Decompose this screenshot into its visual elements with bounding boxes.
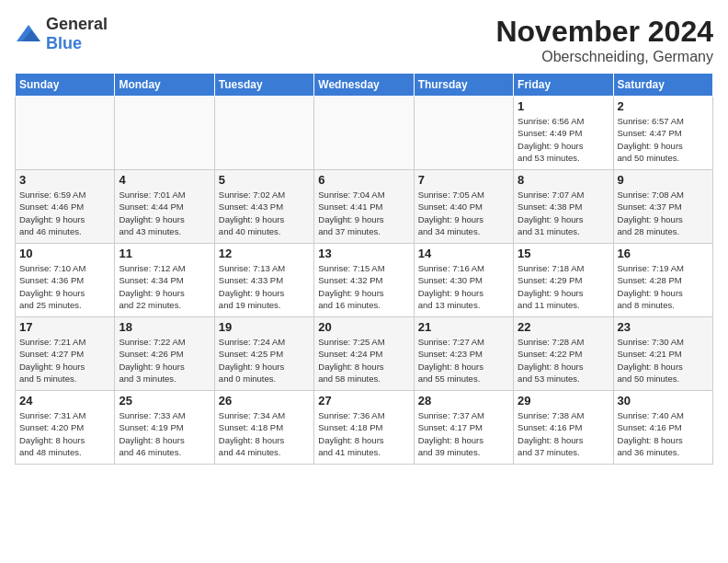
weekday-header-thursday: Thursday bbox=[414, 74, 513, 97]
calendar-cell: 4Sunrise: 7:01 AM Sunset: 4:44 PM Daylig… bbox=[115, 170, 214, 244]
weekday-header-sunday: Sunday bbox=[16, 74, 115, 97]
day-number: 23 bbox=[618, 320, 709, 334]
day-info: Sunrise: 7:10 AM Sunset: 4:36 PM Dayligh… bbox=[19, 262, 110, 311]
day-info: Sunrise: 7:36 AM Sunset: 4:18 PM Dayligh… bbox=[318, 409, 409, 458]
day-info: Sunrise: 7:22 AM Sunset: 4:26 PM Dayligh… bbox=[119, 336, 210, 385]
calendar-header: SundayMondayTuesdayWednesdayThursdayFrid… bbox=[16, 74, 713, 97]
day-number: 24 bbox=[19, 394, 110, 408]
day-info: Sunrise: 7:02 AM Sunset: 4:43 PM Dayligh… bbox=[219, 189, 310, 237]
calendar-week-0: 1Sunrise: 6:56 AM Sunset: 4:49 PM Daylig… bbox=[16, 97, 713, 170]
title-area: November 2024 Oberschneiding, Germany bbox=[495, 15, 713, 65]
day-info: Sunrise: 7:01 AM Sunset: 4:44 PM Dayligh… bbox=[119, 189, 210, 237]
day-info: Sunrise: 7:28 AM Sunset: 4:22 PM Dayligh… bbox=[518, 336, 609, 385]
logo-text: General Blue bbox=[46, 15, 108, 53]
day-number: 12 bbox=[219, 247, 310, 260]
location-title: Oberschneiding, Germany bbox=[495, 49, 713, 65]
calendar-cell: 28Sunrise: 7:37 AM Sunset: 4:17 PM Dayli… bbox=[414, 391, 513, 465]
day-info: Sunrise: 7:18 AM Sunset: 4:29 PM Dayligh… bbox=[518, 262, 609, 311]
calendar-week-2: 10Sunrise: 7:10 AM Sunset: 4:36 PM Dayli… bbox=[16, 244, 713, 317]
calendar-cell: 17Sunrise: 7:21 AM Sunset: 4:27 PM Dayli… bbox=[16, 317, 115, 391]
logo-blue: Blue bbox=[46, 34, 82, 52]
day-number: 19 bbox=[219, 320, 310, 334]
day-number: 22 bbox=[518, 320, 609, 334]
calendar-cell: 1Sunrise: 6:56 AM Sunset: 4:49 PM Daylig… bbox=[514, 97, 613, 170]
calendar-cell: 11Sunrise: 7:12 AM Sunset: 4:34 PM Dayli… bbox=[115, 244, 214, 317]
calendar-week-4: 24Sunrise: 7:31 AM Sunset: 4:20 PM Dayli… bbox=[16, 391, 713, 465]
calendar-body: 1Sunrise: 6:56 AM Sunset: 4:49 PM Daylig… bbox=[16, 97, 713, 465]
calendar-cell: 2Sunrise: 6:57 AM Sunset: 4:47 PM Daylig… bbox=[613, 97, 712, 170]
calendar-cell: 22Sunrise: 7:28 AM Sunset: 4:22 PM Dayli… bbox=[514, 317, 613, 391]
day-info: Sunrise: 7:04 AM Sunset: 4:41 PM Dayligh… bbox=[318, 189, 409, 237]
day-number: 3 bbox=[19, 173, 110, 187]
calendar-cell: 19Sunrise: 7:24 AM Sunset: 4:25 PM Dayli… bbox=[214, 317, 313, 391]
calendar-week-3: 17Sunrise: 7:21 AM Sunset: 4:27 PM Dayli… bbox=[16, 317, 713, 391]
day-info: Sunrise: 7:12 AM Sunset: 4:34 PM Dayligh… bbox=[119, 262, 210, 311]
day-number: 2 bbox=[618, 99, 709, 113]
calendar-cell: 14Sunrise: 7:16 AM Sunset: 4:30 PM Dayli… bbox=[414, 244, 513, 317]
calendar-cell bbox=[115, 97, 214, 170]
day-info: Sunrise: 7:38 AM Sunset: 4:16 PM Dayligh… bbox=[518, 409, 609, 458]
calendar-cell: 8Sunrise: 7:07 AM Sunset: 4:38 PM Daylig… bbox=[514, 170, 613, 244]
day-number: 29 bbox=[518, 394, 609, 408]
calendar-cell: 18Sunrise: 7:22 AM Sunset: 4:26 PM Dayli… bbox=[115, 317, 214, 391]
weekday-header-saturday: Saturday bbox=[613, 74, 712, 97]
weekday-header-wednesday: Wednesday bbox=[314, 74, 414, 97]
calendar-cell bbox=[414, 97, 513, 170]
day-info: Sunrise: 7:33 AM Sunset: 4:19 PM Dayligh… bbox=[119, 409, 210, 458]
calendar-cell: 9Sunrise: 7:08 AM Sunset: 4:37 PM Daylig… bbox=[613, 170, 712, 244]
calendar-cell bbox=[314, 97, 414, 170]
day-info: Sunrise: 6:59 AM Sunset: 4:46 PM Dayligh… bbox=[19, 189, 110, 237]
day-number: 26 bbox=[219, 394, 310, 408]
weekday-header-tuesday: Tuesday bbox=[214, 74, 313, 97]
day-number: 28 bbox=[418, 394, 509, 408]
day-info: Sunrise: 7:15 AM Sunset: 4:32 PM Dayligh… bbox=[318, 262, 409, 311]
day-number: 4 bbox=[119, 173, 210, 187]
calendar-week-1: 3Sunrise: 6:59 AM Sunset: 4:46 PM Daylig… bbox=[16, 170, 713, 244]
day-number: 10 bbox=[19, 247, 110, 260]
day-number: 20 bbox=[318, 320, 409, 334]
day-info: Sunrise: 7:16 AM Sunset: 4:30 PM Dayligh… bbox=[418, 262, 509, 311]
day-number: 16 bbox=[618, 247, 709, 260]
calendar-cell: 6Sunrise: 7:04 AM Sunset: 4:41 PM Daylig… bbox=[314, 170, 414, 244]
calendar-cell: 23Sunrise: 7:30 AM Sunset: 4:21 PM Dayli… bbox=[613, 317, 712, 391]
calendar-table: SundayMondayTuesdayWednesdayThursdayFrid… bbox=[15, 73, 713, 465]
calendar-cell bbox=[214, 97, 313, 170]
generalblue-icon bbox=[15, 23, 42, 45]
month-title: November 2024 bbox=[495, 15, 713, 49]
calendar-cell: 15Sunrise: 7:18 AM Sunset: 4:29 PM Dayli… bbox=[514, 244, 613, 317]
calendar-cell: 3Sunrise: 6:59 AM Sunset: 4:46 PM Daylig… bbox=[16, 170, 115, 244]
day-number: 25 bbox=[119, 394, 210, 408]
day-info: Sunrise: 6:56 AM Sunset: 4:49 PM Dayligh… bbox=[518, 115, 609, 164]
day-info: Sunrise: 7:30 AM Sunset: 4:21 PM Dayligh… bbox=[618, 336, 709, 385]
day-number: 13 bbox=[318, 247, 409, 260]
calendar-cell bbox=[16, 97, 115, 170]
day-number: 6 bbox=[318, 173, 409, 187]
day-info: Sunrise: 7:37 AM Sunset: 4:17 PM Dayligh… bbox=[418, 409, 509, 458]
day-number: 30 bbox=[618, 394, 709, 408]
weekday-header-monday: Monday bbox=[115, 74, 214, 97]
day-number: 8 bbox=[518, 173, 609, 187]
calendar-cell: 29Sunrise: 7:38 AM Sunset: 4:16 PM Dayli… bbox=[514, 391, 613, 465]
day-number: 7 bbox=[418, 173, 509, 187]
day-info: Sunrise: 6:57 AM Sunset: 4:47 PM Dayligh… bbox=[618, 115, 709, 164]
calendar-cell: 12Sunrise: 7:13 AM Sunset: 4:33 PM Dayli… bbox=[214, 244, 313, 317]
calendar-cell: 24Sunrise: 7:31 AM Sunset: 4:20 PM Dayli… bbox=[16, 391, 115, 465]
weekday-header-row: SundayMondayTuesdayWednesdayThursdayFrid… bbox=[16, 74, 713, 97]
calendar-cell: 10Sunrise: 7:10 AM Sunset: 4:36 PM Dayli… bbox=[16, 244, 115, 317]
day-info: Sunrise: 7:27 AM Sunset: 4:23 PM Dayligh… bbox=[418, 336, 509, 385]
day-number: 21 bbox=[418, 320, 509, 334]
day-info: Sunrise: 7:07 AM Sunset: 4:38 PM Dayligh… bbox=[518, 189, 609, 237]
logo-general: General bbox=[46, 15, 108, 33]
day-info: Sunrise: 7:05 AM Sunset: 4:40 PM Dayligh… bbox=[418, 189, 509, 237]
header-area: General Blue November 2024 Oberschneidin… bbox=[15, 15, 713, 65]
calendar-cell: 27Sunrise: 7:36 AM Sunset: 4:18 PM Dayli… bbox=[314, 391, 414, 465]
day-number: 18 bbox=[119, 320, 210, 334]
calendar-cell: 20Sunrise: 7:25 AM Sunset: 4:24 PM Dayli… bbox=[314, 317, 414, 391]
calendar-cell: 7Sunrise: 7:05 AM Sunset: 4:40 PM Daylig… bbox=[414, 170, 513, 244]
day-info: Sunrise: 7:31 AM Sunset: 4:20 PM Dayligh… bbox=[19, 409, 110, 458]
day-info: Sunrise: 7:13 AM Sunset: 4:33 PM Dayligh… bbox=[219, 262, 310, 311]
day-info: Sunrise: 7:19 AM Sunset: 4:28 PM Dayligh… bbox=[618, 262, 709, 311]
day-info: Sunrise: 7:25 AM Sunset: 4:24 PM Dayligh… bbox=[318, 336, 409, 385]
day-info: Sunrise: 7:40 AM Sunset: 4:16 PM Dayligh… bbox=[618, 409, 709, 458]
logo: General Blue bbox=[15, 15, 108, 53]
